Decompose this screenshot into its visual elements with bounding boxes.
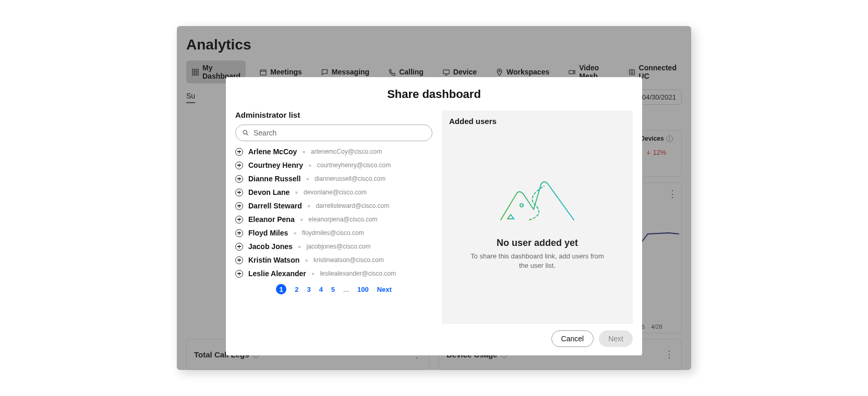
administrator-email: kristinwatson@cisco.com bbox=[314, 256, 384, 264]
svg-point-10 bbox=[520, 204, 523, 207]
page-last[interactable]: 100 bbox=[357, 286, 369, 293]
administrator-email: arlenemcCoy@cisco.com bbox=[311, 148, 382, 155]
administrator-email: darrellsteward@cisco.com bbox=[316, 202, 389, 209]
administrator-row: Devon Lane●devonlane@cisco.com bbox=[235, 188, 432, 196]
administrator-name: Darrell Steward bbox=[248, 202, 302, 210]
separator-dot: ● bbox=[311, 270, 315, 277]
separator-dot: ● bbox=[308, 162, 312, 168]
administrator-email: diannerussell@cisco.com bbox=[315, 175, 385, 182]
administrator-name: Dianne Russell bbox=[248, 175, 300, 183]
administrator-row: Floyd Miles●floydmiles@cisco.com bbox=[235, 229, 432, 237]
administrator-list-panel: Administrator list Search Arlene McCoy●a… bbox=[235, 110, 432, 324]
page-2[interactable]: 2 bbox=[295, 286, 298, 293]
administrator-row: Courtney Henry●courtneyhenry@cisco.com bbox=[235, 161, 432, 169]
administrator-email: jacobjones@cisco.com bbox=[306, 243, 370, 250]
administrator-row: Dianne Russell●diannerussell@cisco.com bbox=[235, 175, 432, 183]
separator-dot: ● bbox=[305, 257, 308, 263]
administrator-name: Eleanor Pena bbox=[248, 215, 295, 224]
administrator-row: Kristin Watson●kristinwatson@cisco.com bbox=[235, 256, 432, 264]
administrator-name: Leslie Alexander bbox=[248, 269, 306, 278]
empty-state: No user added yet To share this dashboar… bbox=[449, 131, 625, 318]
page-5[interactable]: 5 bbox=[331, 286, 335, 293]
page-1[interactable]: 1 bbox=[276, 284, 286, 294]
separator-dot: ● bbox=[307, 203, 311, 209]
page-3[interactable]: 3 bbox=[307, 286, 310, 293]
modal-footer: Cancel Next bbox=[226, 330, 642, 355]
empty-heading: No user added yet bbox=[497, 238, 578, 249]
administrator-name: Kristin Watson bbox=[248, 256, 299, 264]
administrator-name: Arlene McCoy bbox=[248, 147, 297, 156]
administrator-name: Devon Lane bbox=[248, 188, 290, 196]
cancel-button[interactable]: Cancel bbox=[551, 330, 594, 347]
add-user-button[interactable] bbox=[235, 243, 243, 251]
add-user-button[interactable] bbox=[235, 229, 243, 237]
administrator-name: Jacob Jones bbox=[248, 242, 293, 251]
administrator-row: Leslie Alexander●lesliealexander@cisco.c… bbox=[235, 269, 432, 278]
separator-dot: ● bbox=[293, 230, 297, 236]
modal-title: Share dashboard bbox=[226, 88, 642, 101]
administrator-name: Floyd Miles bbox=[248, 229, 288, 237]
page-next[interactable]: Next bbox=[377, 286, 392, 293]
administrator-row: Arlene McCoy●arlenemcCoy@cisco.com bbox=[235, 147, 432, 156]
page-ellipsis: ... bbox=[343, 286, 349, 293]
administrator-email: eleanorpena@cisco.com bbox=[308, 216, 377, 223]
added-users-heading: Added users bbox=[449, 117, 625, 126]
search-placeholder: Search bbox=[254, 129, 276, 137]
svg-point-9 bbox=[243, 130, 247, 134]
administrator-row: Darrell Steward●darrellsteward@cisco.com bbox=[235, 202, 432, 210]
search-input[interactable]: Search bbox=[235, 125, 432, 141]
administrator-email: devonlane@cisco.com bbox=[304, 189, 367, 196]
added-users-panel: Added users bbox=[442, 110, 633, 324]
add-user-button[interactable] bbox=[235, 189, 243, 196]
separator-dot: ● bbox=[295, 189, 298, 195]
empty-illustration bbox=[498, 178, 576, 225]
empty-subtext: To share this dashboard link, add users … bbox=[469, 252, 605, 270]
administrator-row: Eleanor Pena●eleanorpena@cisco.com bbox=[235, 215, 432, 224]
administrator-email: courtneyhenry@cisco.com bbox=[317, 162, 391, 169]
separator-dot: ● bbox=[298, 243, 302, 250]
administrator-row: Jacob Jones●jacobjones@cisco.com bbox=[235, 242, 432, 251]
separator-dot: ● bbox=[306, 176, 309, 182]
administrator-name: Courtney Henry bbox=[248, 161, 303, 169]
add-user-button[interactable] bbox=[235, 202, 243, 210]
add-user-button[interactable] bbox=[235, 216, 243, 224]
page-4[interactable]: 4 bbox=[319, 286, 323, 293]
next-button[interactable]: Next bbox=[599, 330, 633, 347]
administrator-email: lesliealexander@cisco.com bbox=[320, 270, 396, 277]
administrator-email: floydmiles@cisco.com bbox=[302, 229, 364, 237]
add-user-button[interactable] bbox=[235, 162, 243, 169]
separator-dot: ● bbox=[300, 216, 304, 222]
separator-dot: ● bbox=[302, 148, 306, 155]
administrator-list-heading: Administrator list bbox=[235, 110, 432, 119]
search-icon bbox=[242, 129, 249, 137]
pagination: 1 2 3 4 5 ... 100 Next bbox=[235, 284, 432, 294]
administrator-list: Arlene McCoy●arlenemcCoy@cisco.comCourtn… bbox=[235, 147, 432, 278]
add-user-button[interactable] bbox=[235, 175, 243, 183]
add-user-button[interactable] bbox=[235, 148, 243, 156]
add-user-button[interactable] bbox=[235, 270, 243, 278]
add-user-button[interactable] bbox=[235, 256, 243, 264]
share-dashboard-modal: Share dashboard Administrator list Searc… bbox=[226, 77, 642, 355]
modal-wrap: Share dashboard Administrator list Searc… bbox=[177, 26, 691, 370]
